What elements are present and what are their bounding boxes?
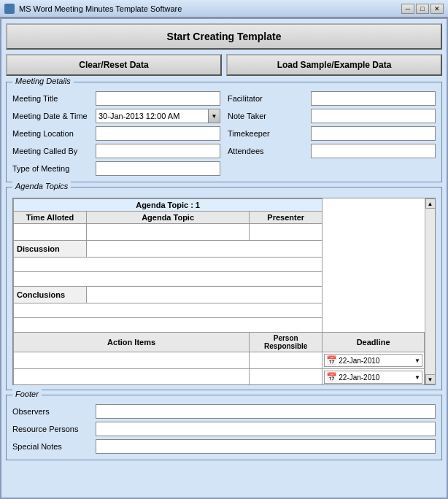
deadline-date-value-2: 22-Jan-2010 [339,374,414,382]
discussion-empty-cell-1 [14,258,323,272]
observers-input[interactable] [96,404,436,419]
facilitator-input[interactable] [311,91,436,106]
meeting-date-value: 30-Jan-2013 12:00 AM [96,111,208,121]
agenda-input-row [14,224,425,241]
meeting-title-input[interactable] [96,91,220,106]
type-of-meeting-input[interactable] [96,161,220,176]
deadline-date-value-1: 22-Jan-2010 [339,357,414,365]
conclusions-empty-2 [14,318,425,333]
conclusions-empty-1 [14,303,425,318]
observers-row: Observers [12,404,436,419]
maximize-button[interactable]: □ [416,4,429,14]
deadline-header: Deadline [323,333,425,352]
deadline-cell-1[interactable]: 📅 22-Jan-2010 ▼ [323,352,425,369]
time-alloted-header: Time Alloted [14,212,87,224]
agenda-topic-header-col: Agenda Topic [87,212,250,224]
load-button[interactable]: Load Sample/Example Data [226,54,442,76]
left-fields: Meeting Title Meeting Date & Time 30-Jan… [12,91,220,176]
meeting-details-grid: Meeting Title Meeting Date & Time 30-Jan… [12,91,436,176]
footer-title: Footer [12,390,42,398]
conclusions-empty-cell-2 [14,318,323,333]
start-button[interactable]: Start Creating Template [6,23,442,50]
attendees-row: Attendees [228,144,436,158]
action-item-cell-2[interactable] [14,369,250,385]
deadline-dropdown-1[interactable]: ▼ [414,357,420,364]
footer-group: Footer Observers Resource Persons Specia… [6,395,442,460]
meeting-location-label: Meeting Location [12,129,93,138]
agenda-scroll-area: Agenda Topic : 1 Time Alloted Agenda Top… [13,198,435,384]
observers-label: Observers [12,407,93,416]
note-taker-label: Note Taker [228,112,308,120]
scroll-track[interactable] [425,209,436,374]
meeting-location-row: Meeting Location [12,126,220,141]
resource-persons-input[interactable] [96,422,436,436]
special-notes-label: Special Notes [12,442,93,451]
clear-button[interactable]: Clear/Reset Data [6,54,222,76]
discussion-label: Discussion [14,241,87,258]
meeting-date-row: Meeting Date & Time 30-Jan-2013 12:00 AM… [12,109,220,123]
facilitator-label: Facilitator [228,94,308,103]
action-items-header: Action Items [14,333,250,352]
timekeeper-label: Timekeeper [228,129,308,138]
minimize-button[interactable]: ─ [401,4,414,14]
timekeeper-row: Timekeeper [228,126,436,141]
attendees-label: Attendees [228,147,308,155]
discussion-cell[interactable] [87,241,323,258]
attendees-input[interactable] [311,144,436,158]
deadline-date-2[interactable]: 📅 22-Jan-2010 ▼ [324,371,422,384]
person-responsible-cell-2[interactable] [250,369,323,385]
discussion-empty-2 [14,272,425,287]
meeting-date-label: Meeting Date & Time [12,112,93,120]
window-controls[interactable]: ─ □ ✕ [401,4,444,14]
note-taker-row: Note Taker [228,109,436,123]
close-button[interactable]: ✕ [430,4,444,14]
deadline-dropdown-2[interactable]: ▼ [414,374,420,381]
agenda-scrollbar[interactable]: ▲ ▼ [425,198,435,384]
title-bar-text: MS Word Meeting Minutes Template Softwar… [19,4,397,13]
right-fields: Facilitator Note Taker Timekeeper Attend… [228,91,436,176]
meeting-location-input[interactable] [96,126,220,141]
timekeeper-input[interactable] [311,126,436,141]
deadline-cell-2[interactable]: 📅 22-Jan-2010 ▼ [323,369,425,385]
agenda-topic-header-row: Agenda Topic : 1 [14,199,425,212]
conclusions-row: Conclusions [14,287,425,303]
deadline-date-1[interactable]: 📅 22-Jan-2010 ▼ [324,354,422,367]
time-alloted-cell[interactable] [14,224,87,241]
column-headers-row: Time Alloted Agenda Topic Presenter [14,212,425,224]
meeting-date-dropdown[interactable]: 30-Jan-2013 12:00 AM ▼ [96,109,220,123]
scroll-down-button[interactable]: ▼ [425,374,436,384]
footer-grid: Observers Resource Persons Special Notes [12,404,436,454]
app-icon [4,4,15,14]
agenda-topics-group: Agenda Topics Agenda Topic : 1 Time Allo… [6,187,442,390]
presenter-cell[interactable] [250,224,323,241]
resource-persons-row: Resource Persons [12,422,436,436]
presenter-header: Presenter [250,212,323,224]
facilitator-row: Facilitator [228,91,436,106]
discussion-empty-cell-2 [14,272,323,287]
person-responsible-cell-1[interactable] [250,352,323,369]
discussion-row: Discussion [14,241,425,258]
meeting-called-by-row: Meeting Called By [12,144,220,158]
type-of-meeting-label: Type of Meeting [12,164,93,173]
special-notes-input[interactable] [96,439,436,454]
agenda-topic-cell[interactable] [87,224,250,241]
agenda-table: Agenda Topic : 1 Time Alloted Agenda Top… [13,198,425,384]
calendar-icon-2: 📅 [326,372,337,382]
action-item-row-1: 📅 22-Jan-2010 ▼ [14,352,425,369]
date-dropdown-arrow[interactable]: ▼ [208,109,220,123]
title-bar: MS Word Meeting Minutes Template Softwar… [0,0,448,18]
action-items-header-row: Action Items Person Responsible Deadline [14,333,425,352]
meeting-called-by-input[interactable] [96,144,220,158]
agenda-topics-title: Agenda Topics [12,182,71,190]
meeting-details-title: Meeting Details [12,77,74,85]
action-item-row-2: 📅 22-Jan-2010 ▼ [14,369,425,385]
conclusions-cell[interactable] [87,287,323,303]
action-item-cell-1[interactable] [14,352,250,369]
person-responsible-header: Person Responsible [250,333,323,352]
agenda-inner: Agenda Topic : 1 Time Alloted Agenda Top… [12,198,436,385]
toolbar-row: Clear/Reset Data Load Sample/Example Dat… [6,54,442,76]
agenda-topic-header: Agenda Topic : 1 [14,199,323,212]
scroll-up-button[interactable]: ▲ [425,198,436,209]
meeting-title-row: Meeting Title [12,91,220,106]
note-taker-input[interactable] [311,109,436,123]
